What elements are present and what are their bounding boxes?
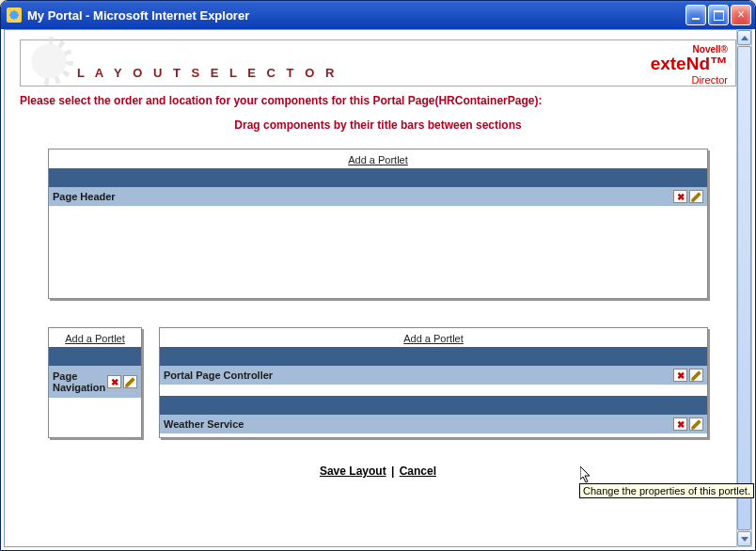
portlet-titlebar[interactable]: Page Header ✖	[49, 187, 707, 206]
portlet-drag-bar[interactable]	[160, 396, 707, 415]
add-portlet-right: Add a Portlet	[160, 328, 707, 347]
gear-icon	[24, 37, 73, 86]
ie-icon	[7, 8, 22, 23]
footer-actions: Save Layout | Cancel	[20, 464, 736, 478]
layout-section-left[interactable]: Add a Portlet Page Navigation ✖	[48, 327, 142, 438]
scroll-down-button[interactable]	[737, 531, 751, 546]
section-spacer	[160, 385, 707, 396]
scroll-up-button[interactable]	[737, 30, 751, 45]
titlebar[interactable]: My Portal - Microsoft Internet Explorer	[1, 1, 755, 29]
add-portlet-link[interactable]: Add a Portlet	[348, 154, 408, 165]
add-portlet-link[interactable]: Add a Portlet	[65, 333, 125, 344]
delete-icon[interactable]: ✖	[107, 375, 121, 388]
delete-icon[interactable]: ✖	[673, 190, 687, 203]
maximize-button[interactable]	[708, 5, 729, 25]
portlet-titlebar[interactable]: Page Navigation ✖	[49, 366, 141, 398]
portlet-title: Weather Service	[164, 418, 673, 430]
section-spacer	[160, 433, 707, 437]
minimize-button[interactable]	[685, 5, 706, 25]
brand-director: Director	[651, 74, 728, 86]
edit-icon[interactable]	[123, 375, 137, 388]
window-controls	[685, 5, 751, 25]
layout-columns: Add a Portlet Page Navigation ✖	[48, 327, 708, 438]
header-banner: L A Y O U T S E L E C T O R Novell® exte…	[20, 39, 736, 87]
drag-note: Drag components by their title bars betw…	[20, 118, 736, 132]
brand-extend: exteNd™	[651, 55, 728, 74]
section-empty-area	[49, 206, 707, 291]
edit-icon[interactable]	[689, 417, 703, 431]
client-area: L A Y O U T S E L E C T O R Novell® exte…	[4, 29, 752, 547]
browser-window: My Portal - Microsoft Internet Explorer …	[0, 0, 756, 551]
layout-section-right[interactable]: Add a Portlet Portal Page Controller ✖	[159, 327, 708, 438]
add-portlet-top: Add a Portlet	[49, 150, 707, 168]
portlet-titlebar[interactable]: Weather Service ✖	[160, 415, 707, 433]
delete-icon[interactable]: ✖	[673, 417, 687, 431]
add-portlet-link[interactable]: Add a Portlet	[403, 333, 464, 344]
window-title: My Portal - Microsoft Internet Explorer	[27, 8, 685, 23]
portlet-drag-bar[interactable]	[160, 347, 707, 366]
add-portlet-left: Add a Portlet	[49, 328, 141, 347]
portlet-title: Page Navigation	[53, 370, 107, 393]
close-button[interactable]	[731, 5, 751, 25]
scroll-thumb[interactable]	[737, 46, 751, 530]
brand-logo: Novell® exteNd™ Director	[651, 44, 728, 86]
edit-icon[interactable]	[689, 369, 703, 382]
tooltip: Change the properties of this portlet.	[579, 483, 754, 498]
portlet-drag-bar[interactable]	[49, 347, 141, 366]
portlet-drag-bar[interactable]	[49, 168, 707, 187]
page-content: L A Y O U T S E L E C T O R Novell® exte…	[5, 30, 751, 485]
portlet-title: Page Header	[53, 191, 673, 202]
portlet-title: Portal Page Controller	[164, 370, 673, 381]
instruction-text: Please select the order and location for…	[20, 94, 736, 107]
edit-icon[interactable]	[689, 190, 703, 203]
portlet-titlebar[interactable]: Portal Page Controller ✖	[160, 366, 707, 385]
save-layout-link[interactable]: Save Layout	[320, 464, 386, 478]
vertical-scrollbar[interactable]	[736, 29, 752, 547]
delete-icon[interactable]: ✖	[673, 369, 687, 382]
separator: |	[391, 464, 394, 478]
cancel-link[interactable]: Cancel	[400, 464, 436, 478]
page-title: L A Y O U T S E L E C T O R	[77, 66, 338, 80]
layout-section-top[interactable]: Add a Portlet Page Header ✖	[48, 149, 708, 299]
